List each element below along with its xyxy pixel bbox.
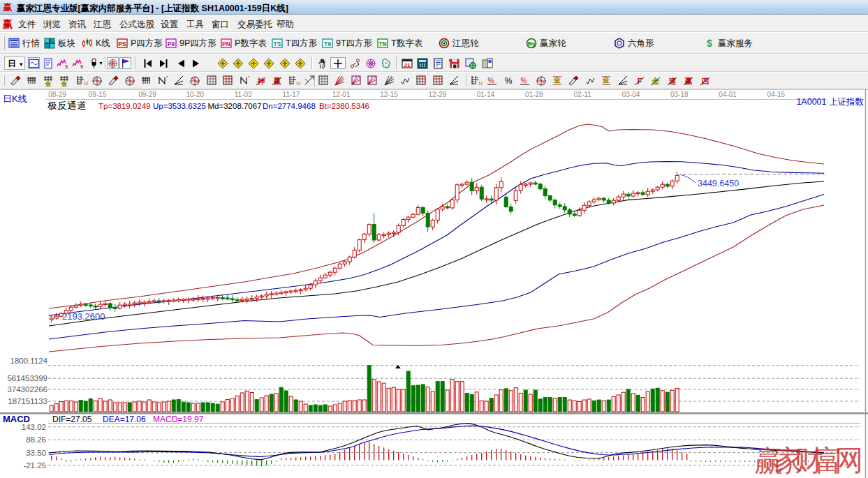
svg-text:561453399: 561453399 xyxy=(7,374,47,382)
svg-text:TS: TS xyxy=(274,40,281,47)
svg-text:9: 9 xyxy=(80,64,83,69)
svg-text:%: % xyxy=(488,77,494,84)
svg-text:": " xyxy=(248,75,250,80)
svg-text:1800.1124: 1800.1124 xyxy=(10,357,47,365)
svg-text:Up=3533.6325: Up=3533.6325 xyxy=(153,102,206,110)
svg-text:04-15: 04-15 xyxy=(767,91,786,98)
svg-text:09-15: 09-15 xyxy=(89,91,107,98)
svg-text:01-28: 01-28 xyxy=(525,91,543,98)
svg-text:金: 金 xyxy=(602,76,610,84)
svg-text:09-29: 09-29 xyxy=(138,91,156,98)
svg-text:21: 21 xyxy=(404,61,410,68)
svg-text:日K线: 日K线 xyxy=(3,94,27,104)
svg-text:12-01: 12-01 xyxy=(332,91,351,98)
svg-text:123: 123 xyxy=(478,81,483,85)
svg-text:123: 123 xyxy=(84,81,88,85)
svg-text:金: 金 xyxy=(44,80,52,87)
svg-text:Dn=2774.9468: Dn=2774.9468 xyxy=(263,102,316,110)
svg-text:33.50: 33.50 xyxy=(26,449,46,457)
svg-text:Big: Big xyxy=(528,41,536,47)
svg-text:Tp=3819.0249: Tp=3819.0249 xyxy=(98,102,151,110)
svg-text:374302266: 374302266 xyxy=(7,385,47,394)
svg-text:10-20: 10-20 xyxy=(186,91,205,98)
svg-text:187151133: 187151133 xyxy=(8,397,47,405)
svg-text:143.02: 143.02 xyxy=(22,423,46,431)
svg-text:%: % xyxy=(521,77,527,84)
svg-text:02-11: 02-11 xyxy=(574,91,591,98)
svg-text:P9: P9 xyxy=(168,40,175,47)
svg-text:12-15: 12-15 xyxy=(380,91,398,98)
svg-text:08-29: 08-29 xyxy=(48,91,66,98)
svg-text:赢家财富网: 赢家财富网 xyxy=(754,445,863,477)
svg-text:极反通道: 极反通道 xyxy=(47,100,87,111)
svg-text:%: % xyxy=(504,76,512,86)
svg-text:3: 3 xyxy=(65,64,68,69)
svg-text:金: 金 xyxy=(553,76,561,84)
svg-text:04-01: 04-01 xyxy=(719,91,737,98)
svg-text:DIF=27.05: DIF=27.05 xyxy=(52,414,92,424)
svg-text:3449.6450: 3449.6450 xyxy=(698,179,739,188)
svg-text:01-14: 01-14 xyxy=(477,91,495,98)
svg-text:PN: PN xyxy=(222,40,230,47)
svg-text:T9: T9 xyxy=(324,40,331,47)
svg-text:11-03: 11-03 xyxy=(235,91,252,98)
svg-text:03-18: 03-18 xyxy=(670,91,689,98)
svg-text:金: 金 xyxy=(61,80,68,87)
svg-text:03-04: 03-04 xyxy=(622,91,640,98)
svg-text:DEA=17.06: DEA=17.06 xyxy=(103,414,146,424)
svg-text:11-17: 11-17 xyxy=(283,91,300,98)
svg-text:88.26: 88.26 xyxy=(26,435,46,444)
svg-text:2193.2600: 2193.2600 xyxy=(62,311,105,322)
svg-text:123: 123 xyxy=(296,81,300,85)
svg-text:TN: TN xyxy=(378,40,386,47)
svg-text:Bt=2380.5346: Bt=2380.5346 xyxy=(319,102,369,110)
svg-text:PS: PS xyxy=(118,40,126,47)
svg-text:$: $ xyxy=(707,38,712,49)
svg-text:12-29: 12-29 xyxy=(429,91,447,98)
svg-text:MACD=19.97: MACD=19.97 xyxy=(153,414,204,424)
svg-text:Md=3208.7067: Md=3208.7067 xyxy=(208,102,262,110)
svg-text:": " xyxy=(166,75,168,80)
svg-text:1A0001 上证指数: 1A0001 上证指数 xyxy=(796,97,864,107)
svg-text:-21.25: -21.25 xyxy=(23,461,46,470)
